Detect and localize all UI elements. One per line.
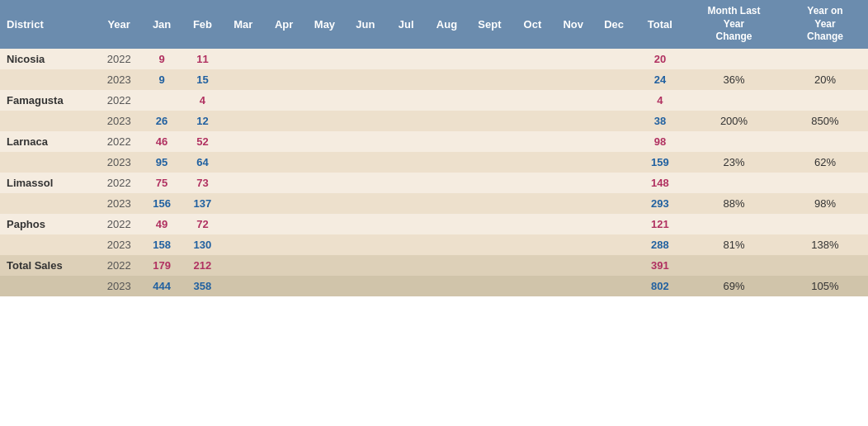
nov-cell <box>553 173 593 193</box>
jul-cell <box>385 234 426 255</box>
aug-cell <box>427 49 467 69</box>
aug-cell <box>427 193 467 214</box>
oct-cell <box>512 276 553 296</box>
feb-cell: 212 <box>182 255 223 276</box>
jun-cell <box>345 49 385 69</box>
sept-cell <box>467 234 512 255</box>
may-cell <box>304 90 345 111</box>
sept-cell <box>467 69 512 90</box>
dec-cell <box>593 152 634 173</box>
district-cell <box>0 111 97 131</box>
may-cell <box>304 69 345 90</box>
apr-cell <box>263 276 304 296</box>
header-jul: Jul <box>385 0 426 49</box>
mar-cell <box>223 276 263 296</box>
total-cell: 391 <box>634 255 686 276</box>
mlc-cell: 36% <box>686 69 782 90</box>
total-cell: 293 <box>634 193 686 214</box>
jun-cell <box>345 234 385 255</box>
table-row: 2023 26 12 38 200% 850% <box>0 111 868 131</box>
aug-cell <box>427 255 467 276</box>
jan-cell: 95 <box>141 152 182 173</box>
mar-cell <box>223 214 263 234</box>
district-cell <box>0 152 97 173</box>
header-nov: Nov <box>553 0 593 49</box>
year-cell: 2022 <box>97 90 142 111</box>
dec-cell <box>593 173 634 193</box>
apr-cell <box>263 152 304 173</box>
total-cell: 148 <box>634 173 686 193</box>
mar-cell <box>223 152 263 173</box>
feb-cell: 4 <box>182 90 223 111</box>
header-district: District <box>0 0 97 49</box>
year-cell: 2022 <box>97 173 142 193</box>
sept-cell <box>467 214 512 234</box>
header-feb: Feb <box>182 0 223 49</box>
apr-cell <box>263 214 304 234</box>
apr-cell <box>263 131 304 152</box>
district-cell: Total Sales <box>0 255 97 276</box>
total-cell: 98 <box>634 131 686 152</box>
jun-cell <box>345 214 385 234</box>
mlc-cell <box>686 131 782 152</box>
may-cell <box>304 255 345 276</box>
year-cell: 2022 <box>97 255 142 276</box>
jul-cell <box>385 49 426 69</box>
sept-cell <box>467 276 512 296</box>
sept-cell <box>467 255 512 276</box>
feb-cell: 11 <box>182 49 223 69</box>
apr-cell <box>263 234 304 255</box>
header-jun: Jun <box>345 0 385 49</box>
sept-cell <box>467 111 512 131</box>
aug-cell <box>427 69 467 90</box>
feb-cell: 358 <box>182 276 223 296</box>
district-cell <box>0 234 97 255</box>
total-cell: 288 <box>634 234 686 255</box>
mlc-cell <box>686 255 782 276</box>
oct-cell <box>512 193 553 214</box>
dec-cell <box>593 69 634 90</box>
oct-cell <box>512 69 553 90</box>
may-cell <box>304 214 345 234</box>
table-row: Larnaca 2022 46 52 98 <box>0 131 868 152</box>
feb-cell: 137 <box>182 193 223 214</box>
sept-cell <box>467 49 512 69</box>
yoyc-cell: 20% <box>782 69 868 90</box>
may-cell <box>304 276 345 296</box>
dec-cell <box>593 111 634 131</box>
nov-cell <box>553 152 593 173</box>
dec-cell <box>593 90 634 111</box>
nov-cell <box>553 193 593 214</box>
header-oct: Oct <box>512 0 553 49</box>
year-cell: 2023 <box>97 111 142 131</box>
aug-cell <box>427 214 467 234</box>
jun-cell <box>345 131 385 152</box>
sept-cell <box>467 152 512 173</box>
mlc-cell <box>686 173 782 193</box>
mar-cell <box>223 255 263 276</box>
jun-cell <box>345 193 385 214</box>
apr-cell <box>263 111 304 131</box>
dec-cell <box>593 234 634 255</box>
jan-cell: 156 <box>141 193 182 214</box>
header-aug: Aug <box>427 0 467 49</box>
jan-cell: 179 <box>141 255 182 276</box>
jun-cell <box>345 152 385 173</box>
may-cell <box>304 152 345 173</box>
header-year-on-year-change: Year onYearChange <box>782 0 868 49</box>
jun-cell <box>345 173 385 193</box>
yoyc-cell <box>782 214 868 234</box>
year-cell: 2023 <box>97 152 142 173</box>
jul-cell <box>385 152 426 173</box>
feb-cell: 64 <box>182 152 223 173</box>
feb-cell: 73 <box>182 173 223 193</box>
jul-cell <box>385 214 426 234</box>
aug-cell <box>427 234 467 255</box>
mar-cell <box>223 90 263 111</box>
oct-cell <box>512 152 553 173</box>
total-cell: 20 <box>634 49 686 69</box>
yoyc-cell: 850% <box>782 111 868 131</box>
mlc-cell: 88% <box>686 193 782 214</box>
apr-cell <box>263 49 304 69</box>
nov-cell <box>553 69 593 90</box>
